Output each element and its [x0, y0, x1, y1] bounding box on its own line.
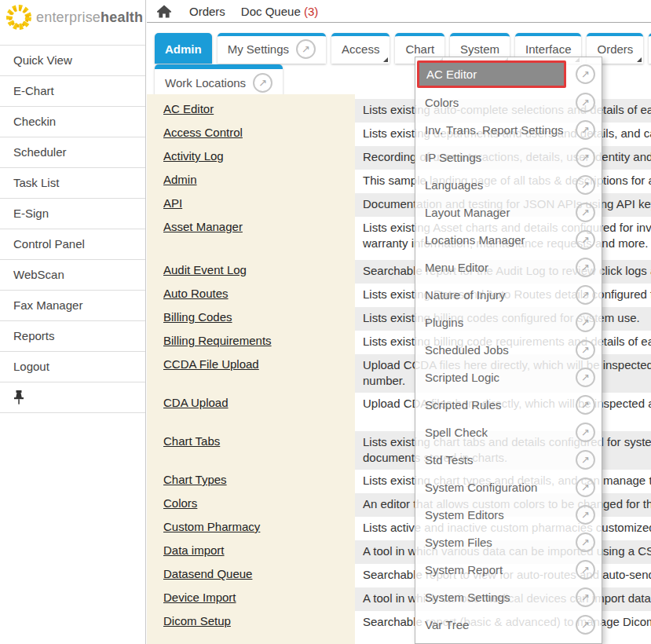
tab[interactable]: My Settings ↗ — [218, 33, 326, 64]
popout-arrow-icon[interactable]: ↗ — [576, 615, 595, 635]
admin-link[interactable]: CDA Upload — [163, 396, 229, 409]
breadcrumb-doc-queue[interactable]: Doc Queue (3) — [241, 5, 318, 18]
admin-link[interactable]: Admin — [163, 173, 197, 186]
sidebar-item[interactable]: Logout — [0, 352, 145, 382]
admin-link[interactable]: Datasend Queue — [163, 567, 252, 580]
breadcrumb-orders[interactable]: Orders — [189, 5, 225, 18]
system-menu-item[interactable]: Menu Editor ↗ — [415, 254, 602, 281]
popout-arrow-icon[interactable]: ↗ — [576, 120, 595, 140]
system-menu-item[interactable]: Spell Check ↗ — [415, 419, 602, 446]
system-menu-item[interactable]: System Settings ↗ — [415, 584, 602, 611]
system-menu-item[interactable]: Scripted Logic ↗ — [415, 364, 602, 391]
admin-link[interactable]: Billing Requirements — [163, 334, 272, 347]
admin-link[interactable]: Chart Types — [163, 473, 227, 486]
popout-arrow-icon[interactable]: ↗ — [576, 368, 595, 387]
pushpin-icon — [13, 390, 24, 404]
system-dropdown-menu: AC Editor ↗ Colors ↗ Inv. Trans. Report … — [415, 57, 602, 644]
left-rail: enterprisehealth Quick View E-Chart Chec… — [0, 0, 146, 644]
tab[interactable]: Access ↗ — [331, 33, 390, 64]
sidebar-nav: Quick View E-Chart Checkin Scheduler Tas… — [0, 45, 145, 382]
popout-arrow-icon[interactable]: ↗ — [576, 93, 595, 112]
sidebar-item[interactable]: Control Panel — [0, 229, 145, 260]
sidebar-pin-button[interactable] — [0, 382, 145, 413]
admin-link[interactable]: Access Control — [163, 126, 243, 139]
system-menu-item[interactable]: Languages ↗ — [415, 171, 602, 199]
popout-arrow-icon[interactable]: ↗ — [576, 258, 595, 277]
admin-link[interactable]: API — [163, 196, 182, 210]
admin-link[interactable]: Chart Tabs — [163, 434, 220, 448]
admin-link[interactable]: Data import — [163, 543, 225, 557]
tab-work-locations[interactable]: Work Locations ↗ — [155, 64, 283, 98]
popout-arrow-icon[interactable]: ↗ — [576, 450, 595, 470]
system-menu-item[interactable]: Scheduled Jobs ↗ — [415, 336, 602, 364]
tab-bar-secondary: Work Locations ↗ — [147, 64, 283, 98]
popout-arrow-icon[interactable]: ↗ — [576, 148, 595, 167]
sun-logo-icon — [5, 2, 33, 32]
admin-link[interactable]: Asset Manager — [163, 220, 243, 233]
system-menu-item[interactable]: Var Tree ↗ — [415, 611, 602, 639]
popout-arrow-icon[interactable]: ↗ — [253, 73, 272, 93]
popout-arrow-icon[interactable]: ↗ — [576, 313, 595, 332]
admin-link[interactable]: AC Editor — [163, 102, 214, 115]
system-menu-item[interactable]: Nature of Injury ↗ — [415, 281, 602, 309]
system-menu-item[interactable]: Layout Manager ↗ — [415, 199, 602, 226]
tab[interactable]: Admin ↗ — [155, 33, 212, 64]
system-menu-item[interactable]: Std Tests ↗ — [415, 446, 602, 474]
system-menu-item[interactable]: System Files ↗ — [415, 529, 602, 556]
popout-arrow-icon[interactable]: ↗ — [576, 175, 595, 195]
popout-arrow-icon[interactable]: ↗ — [576, 587, 595, 607]
system-menu-item[interactable]: Locations Manager ↗ — [415, 226, 602, 254]
popout-arrow-icon[interactable]: ↗ — [576, 230, 595, 250]
popout-arrow-icon[interactable]: ↗ — [576, 340, 595, 360]
sidebar-item[interactable]: Quick View — [0, 46, 145, 76]
system-menu-item[interactable]: IP Settings ↗ — [415, 144, 602, 171]
breadcrumb: Orders Doc Queue (3) — [147, 0, 651, 23]
popout-arrow-icon[interactable]: ↗ — [576, 395, 595, 415]
admin-link[interactable]: Device Import — [163, 591, 236, 604]
home-icon[interactable] — [156, 4, 172, 18]
sidebar-item[interactable]: Checkin — [0, 107, 145, 137]
system-menu-item[interactable]: Plugins ↗ — [415, 309, 602, 336]
popout-arrow-icon[interactable]: ↗ — [576, 423, 595, 442]
system-menu-item[interactable]: Scripted Rules ↗ — [415, 391, 602, 419]
app-logo[interactable]: enterprisehealth — [0, 0, 145, 35]
admin-link[interactable]: Colors — [163, 496, 197, 510]
admin-link[interactable]: Audit Event Log — [163, 263, 247, 276]
system-menu-item[interactable]: System Report ↗ — [415, 556, 602, 584]
admin-link[interactable]: Custom Pharmacy — [163, 520, 260, 533]
sidebar-item[interactable]: Fax Manager — [0, 291, 145, 321]
sidebar-item[interactable]: WebScan — [0, 260, 145, 291]
system-menu-item[interactable]: AC Editor ↗ — [415, 59, 602, 89]
system-menu-item[interactable]: Colors ↗ — [415, 89, 602, 116]
popout-arrow-icon[interactable]: ↗ — [576, 560, 595, 580]
admin-link[interactable]: Dicom Setup — [163, 614, 231, 628]
admin-link[interactable]: CCDA File Upload — [163, 357, 259, 371]
popout-arrow-icon[interactable]: ↗ — [296, 39, 316, 59]
popout-arrow-icon[interactable]: ↗ — [576, 505, 595, 525]
sidebar-item[interactable]: Scheduler — [0, 137, 145, 168]
sidebar-item[interactable]: Reports — [0, 321, 145, 352]
sidebar-item[interactable]: E-Chart — [0, 76, 145, 107]
admin-link[interactable]: Billing Codes — [163, 310, 232, 324]
system-menu-item[interactable]: System Editors ↗ — [415, 501, 602, 529]
doc-queue-count-badge: (3) — [304, 5, 318, 18]
popout-arrow-icon[interactable]: ↗ — [576, 64, 595, 84]
popout-arrow-icon[interactable]: ↗ — [576, 285, 595, 305]
sidebar-item[interactable]: E-Sign — [0, 199, 145, 229]
system-menu-item[interactable]: Inv. Trans. Report Settings ↗ — [415, 116, 602, 144]
system-menu-item[interactable]: System Configuration ↗ — [415, 474, 602, 501]
popout-arrow-icon[interactable]: ↗ — [576, 532, 595, 552]
logo-text: enterprisehealth — [36, 9, 143, 26]
sidebar-item[interactable]: Task List — [0, 168, 145, 199]
admin-link[interactable]: Auto Routes — [163, 287, 229, 300]
popout-arrow-icon[interactable]: ↗ — [576, 203, 595, 222]
admin-link[interactable]: Activity Log — [163, 149, 224, 163]
popout-arrow-icon[interactable]: ↗ — [576, 478, 595, 497]
